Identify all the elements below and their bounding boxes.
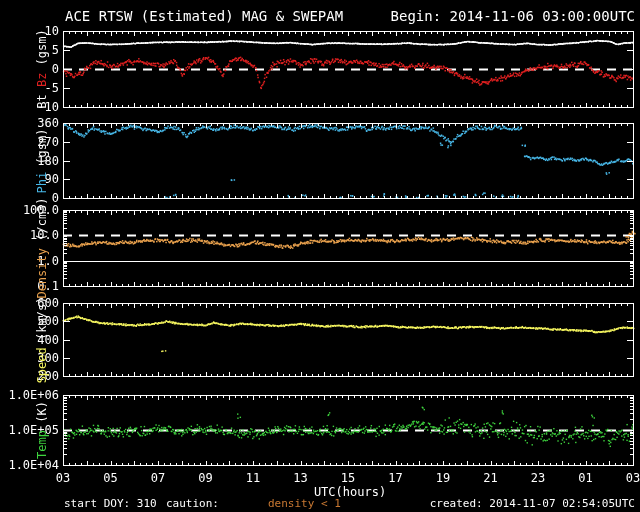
y-tick-label-bt-bz: 10 xyxy=(0,25,59,37)
y-tick-label-speed: 300 xyxy=(0,352,59,364)
y-axis-label-part: Temp xyxy=(35,430,49,459)
y-axis-label-part: Speed xyxy=(35,347,49,383)
y-axis-label-part: (gsm) xyxy=(35,128,49,164)
x-tick-label: 15 xyxy=(333,471,363,485)
y-tick-label-temp: 1.0E+05 xyxy=(0,424,59,436)
y-tick-label-density: 1.0 xyxy=(0,255,59,267)
y-tick-label-bt-bz: 5 xyxy=(0,44,59,56)
y-tick-label-phi: 360 xyxy=(0,117,59,129)
y-tick-label-bt-bz: 0 xyxy=(0,63,59,75)
y-tick-label-speed: 500 xyxy=(0,315,59,327)
created-timestamp: created: 2014-11-07 02:54:05UTC xyxy=(430,497,635,510)
x-tick-label: 07 xyxy=(143,471,173,485)
y-axis-label-part: (gsm) xyxy=(35,29,49,65)
y-tick-label-density: 0.1 xyxy=(0,280,59,292)
y-tick-label-phi: 270 xyxy=(0,136,59,148)
y-axis-label-phi: Phi (gsm) xyxy=(35,128,49,193)
y-axis-label-speed: Speed (km/s) xyxy=(35,296,49,383)
x-tick-label: 09 xyxy=(191,471,221,485)
y-axis-label-part: (K) xyxy=(35,401,49,423)
x-tick-label: 21 xyxy=(476,471,506,485)
y-axis-label-part: (km/s) xyxy=(35,296,49,339)
y-tick-label-density: 10.0 xyxy=(0,229,59,241)
y-axis-label-bt-bz: Bt Bz (gsm) xyxy=(35,29,49,109)
y-tick-label-temp: 1.0E+06 xyxy=(0,389,59,401)
x-tick-label: 17 xyxy=(381,471,411,485)
y-axis-label-part: Density xyxy=(35,248,49,299)
y-axis-label-part: Bt xyxy=(35,94,49,108)
page-title: ACE RTSW (Estimated) MAG & SWEPAM xyxy=(65,8,343,24)
y-tick-label-temp: 1.0E+04 xyxy=(0,459,59,471)
caution-label: caution: xyxy=(166,497,219,510)
ace-rtsw-plot-window: ACE RTSW (Estimated) MAG & SWEPAM Begin:… xyxy=(0,0,640,512)
x-tick-label: 11 xyxy=(238,471,268,485)
x-tick-label: 19 xyxy=(428,471,458,485)
y-tick-label-bt-bz: -10 xyxy=(0,101,59,113)
x-tick-label: 05 xyxy=(96,471,126,485)
y-axis-label-part: Bz xyxy=(35,73,49,87)
y-tick-label-speed: 400 xyxy=(0,334,59,346)
y-tick-label-phi: 90 xyxy=(0,173,59,185)
y-tick-label-bt-bz: -5 xyxy=(0,82,59,94)
x-tick-label: 13 xyxy=(286,471,316,485)
y-tick-label-speed: 600 xyxy=(0,297,59,309)
y-axis-label-temp: Temp (K) xyxy=(35,401,49,459)
y-tick-label-density: 100.0 xyxy=(0,204,59,216)
x-tick-label: 01 xyxy=(571,471,601,485)
y-axis-label-part: Phi xyxy=(35,171,49,193)
begin-timestamp: Begin: 2014-11-06 03:00:00UTC xyxy=(391,8,635,24)
x-tick-label: 23 xyxy=(523,471,553,485)
plot-canvas xyxy=(0,0,640,512)
caution-value: density < 1 xyxy=(268,497,341,510)
y-tick-label-phi: 180 xyxy=(0,155,59,167)
y-axis-label-density: Density (/cm3) xyxy=(35,197,49,298)
x-tick-label: 03 xyxy=(618,471,640,485)
y-tick-label-speed: 200 xyxy=(0,370,59,382)
x-tick-label: 03 xyxy=(48,471,78,485)
start-doy-label: start DOY: 310 xyxy=(64,497,157,510)
y-axis-label-part: (/cm3) xyxy=(35,197,49,240)
